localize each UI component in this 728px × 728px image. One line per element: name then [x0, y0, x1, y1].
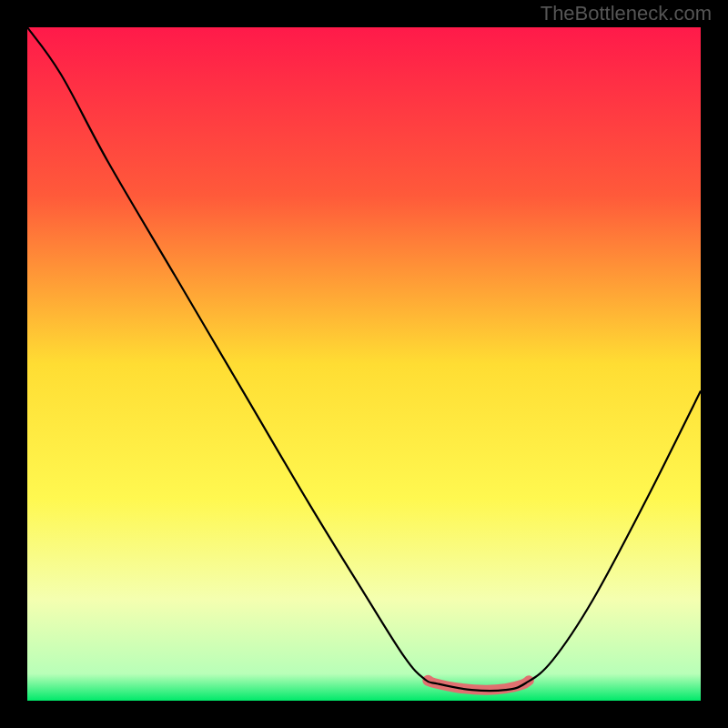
gradient-background	[27, 27, 701, 701]
chart-area	[27, 27, 701, 701]
chart-svg	[27, 27, 701, 701]
watermark-text: TheBottleneck.com	[541, 2, 712, 25]
